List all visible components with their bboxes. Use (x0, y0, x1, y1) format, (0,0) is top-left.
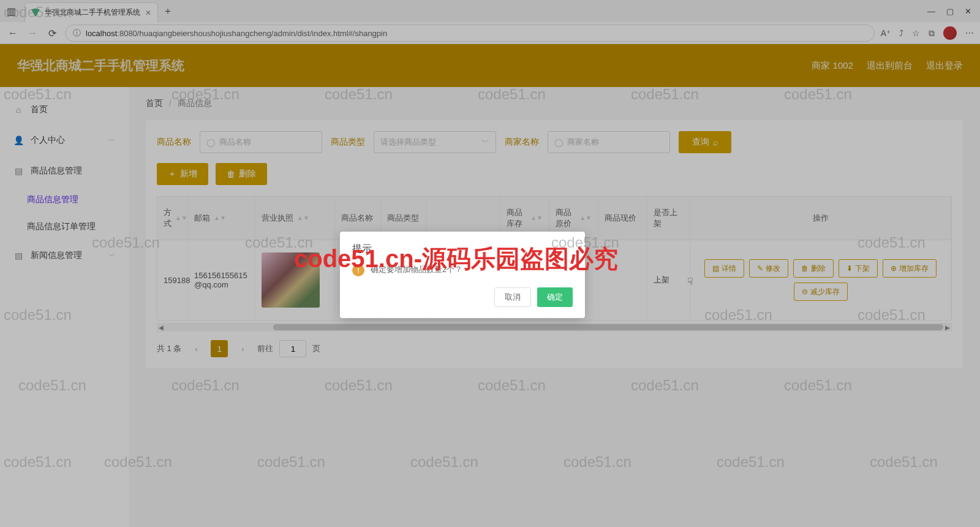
warning-icon: ! (352, 264, 364, 276)
confirm-button[interactable]: 确定 (537, 287, 573, 307)
modal-body: ! 确定要增加物品数量2个？ (352, 262, 573, 287)
modal-message: 确定要增加物品数量2个？ (371, 264, 462, 275)
cancel-button[interactable]: 取消 (494, 287, 531, 307)
confirm-modal: 提示 ! 确定要增加物品数量2个？ 取消 确定 (340, 232, 585, 318)
modal-title: 提示 (352, 243, 573, 256)
modal-footer: 取消 确定 (352, 287, 573, 307)
cursor-icon: ☟ (687, 276, 693, 287)
